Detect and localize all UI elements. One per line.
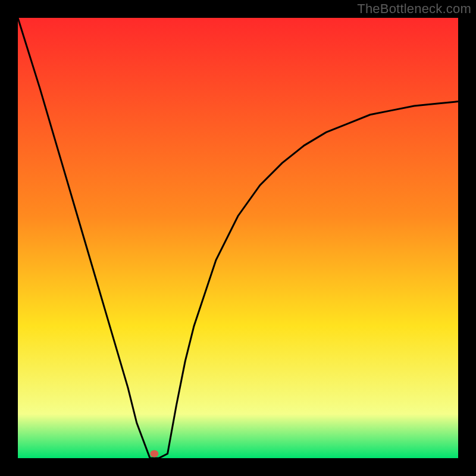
watermark-text: TheBottleneck.com	[357, 1, 471, 17]
plot-area	[18, 18, 458, 458]
plot-svg	[18, 18, 458, 458]
optimal-marker	[150, 450, 158, 458]
chart-frame: TheBottleneck.com	[0, 0, 476, 476]
